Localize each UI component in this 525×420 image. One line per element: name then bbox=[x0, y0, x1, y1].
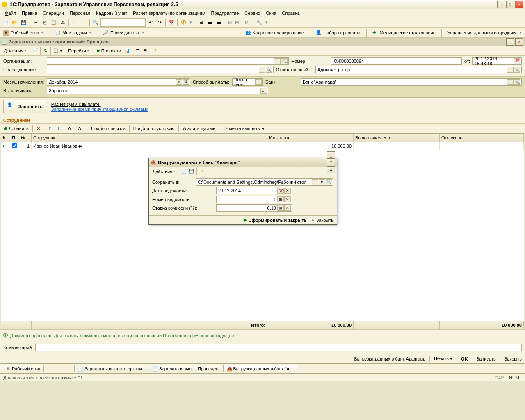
dialog-actions-menu[interactable]: Действия▾ bbox=[151, 168, 177, 175]
close-button[interactable]: Закрыть bbox=[504, 356, 522, 361]
col-accrued[interactable]: Было начислено bbox=[354, 134, 440, 142]
number-input[interactable]: ЮЖ000000094 bbox=[331, 57, 462, 65]
del-empty-button[interactable]: Удалить пустые bbox=[180, 125, 218, 132]
task-dialog[interactable]: 📤Выгрузка данных в банк "А... bbox=[223, 365, 297, 372]
dialog-save-icon[interactable]: 💾 bbox=[188, 168, 195, 175]
menu-service[interactable]: Сервис bbox=[242, 10, 262, 16]
ok-button[interactable]: OK bbox=[461, 356, 468, 361]
menu-payroll[interactable]: Расчет зарплаты по организациям bbox=[130, 10, 208, 16]
print-icon[interactable]: 🖶 bbox=[59, 18, 67, 27]
export-button[interactable]: Выгрузка данных в банк Авангард bbox=[354, 356, 425, 361]
close-button[interactable]: ✕ bbox=[515, 1, 523, 8]
find-icon[interactable]: 🔍 bbox=[91, 18, 100, 27]
clear-icon[interactable]: ✕ bbox=[319, 179, 325, 185]
move-down-icon[interactable]: ⬇ bbox=[55, 125, 62, 132]
col-k[interactable]: К... bbox=[1, 134, 10, 142]
paste-icon[interactable]: 📋 bbox=[50, 18, 58, 27]
ellipsis-icon[interactable]: ... bbox=[260, 88, 267, 94]
add-row-button[interactable]: ⊕Добавить bbox=[2, 125, 31, 132]
print-menu[interactable]: Печать ▾ bbox=[434, 356, 452, 361]
struct-icon[interactable]: ≣ bbox=[134, 48, 141, 54]
ellipsis-icon[interactable]: ... bbox=[312, 179, 318, 185]
new-icon[interactable]: 📄 bbox=[2, 18, 10, 27]
org-input[interactable]: ...🔍 bbox=[47, 57, 289, 65]
task-desktop[interactable]: 🖥Рабочий стол bbox=[2, 365, 44, 372]
panel-hr-plan[interactable]: 👥Кадровое планирование bbox=[244, 29, 306, 37]
panel-tasks[interactable]: 📑Мои задачи▾ bbox=[53, 29, 93, 37]
panel-data-mgmt[interactable]: Управление данными сотрудника▾ bbox=[446, 30, 523, 36]
clear-icon[interactable]: ✕ bbox=[284, 205, 291, 211]
fill-line2-link[interactable]: Заполнение всеми причитающимися суммами bbox=[51, 107, 148, 112]
copy-icon[interactable]: ⎘ bbox=[41, 18, 49, 27]
save-button[interactable]: Записать bbox=[477, 356, 496, 361]
doc-close-button[interactable]: ✕ bbox=[515, 38, 523, 46]
resp-input[interactable]: Администратор...🔍 bbox=[315, 66, 522, 73]
tree2-icon[interactable]: ⊞ bbox=[142, 48, 148, 54]
help-icon[interactable]: ? bbox=[152, 48, 158, 54]
pick-list-button[interactable]: Подбор списком bbox=[89, 125, 128, 132]
comment-input[interactable] bbox=[35, 344, 522, 351]
panel-search[interactable]: 🔎Поиск данных▾ bbox=[101, 29, 146, 37]
col-deferred[interactable]: Отложено bbox=[440, 134, 524, 142]
search-icon[interactable]: 🔍 bbox=[266, 67, 272, 73]
menu-ops[interactable]: Операции bbox=[40, 10, 66, 16]
col-emp[interactable]: Сотрудник bbox=[32, 134, 267, 142]
refresh-icon[interactable]: ↻ bbox=[42, 48, 49, 54]
ellipsis-icon[interactable]: ... bbox=[259, 67, 265, 73]
add-icon[interactable]: 📄 bbox=[32, 48, 39, 54]
search-icon[interactable]: 🔍 bbox=[326, 179, 332, 185]
panel-recruit[interactable]: 👤Набор персонала bbox=[314, 29, 362, 37]
clear-icon[interactable]: ✕ bbox=[284, 196, 291, 202]
dd-icon[interactable]: ▾ bbox=[188, 20, 193, 25]
dd2-icon[interactable]: ▾ bbox=[264, 20, 269, 25]
calendar-icon[interactable]: 📅 bbox=[167, 18, 176, 27]
paymethod-input[interactable]: Через банк... bbox=[232, 78, 263, 86]
calendar-icon[interactable]: 📅 bbox=[514, 58, 520, 64]
row-checkbox[interactable] bbox=[10, 142, 19, 150]
calc-icon[interactable]: ⊞ bbox=[197, 18, 205, 27]
dlg-date-input[interactable]: 29.12.2014📅✕ bbox=[216, 187, 292, 194]
ellipsis-icon[interactable]: ... bbox=[274, 58, 281, 64]
mark-pay-menu[interactable]: Отметка выплаты▾ bbox=[221, 125, 266, 132]
search-icon[interactable]: 🔍 bbox=[514, 67, 520, 73]
col-p[interactable]: П... bbox=[10, 134, 19, 142]
savein-input[interactable]: C:\Documents and Settings\Odmincheg\Рабо… bbox=[196, 178, 333, 186]
col-topay[interactable]: К выплате bbox=[267, 134, 354, 142]
ellipsis-icon[interactable]: ... bbox=[255, 79, 262, 85]
doc-restore-button[interactable]: ❐ bbox=[506, 38, 514, 46]
goto-menu[interactable]: Перейти▾ bbox=[66, 48, 91, 54]
cut-icon[interactable]: ✂ bbox=[32, 18, 40, 27]
paywhat-input[interactable]: Зарплата... bbox=[47, 87, 268, 94]
task-doc1[interactable]: 📄Зарплата к выплате органи... bbox=[74, 365, 148, 372]
dialog-help-icon[interactable]: ? bbox=[199, 168, 205, 175]
ellipsis-icon[interactable]: ... bbox=[507, 79, 514, 85]
fill-button[interactable]: 👤 Заполнить bbox=[3, 100, 46, 113]
menu-file[interactable]: Файл bbox=[2, 10, 18, 16]
provesti-button[interactable]: ▶Провести bbox=[95, 47, 123, 54]
menu-hr[interactable]: Кадровый учет bbox=[94, 10, 130, 16]
memory-mminus[interactable]: M- bbox=[244, 20, 251, 25]
dropdown-icon[interactable]: ▾ bbox=[176, 79, 182, 85]
table-row[interactable]: ▸ 1 Иванов Иван Иванович 10 000,00 bbox=[1, 142, 524, 150]
dialog-close-btn[interactable]: ✕Закрыть bbox=[311, 217, 333, 223]
actions-menu[interactable]: Действия▾ bbox=[2, 48, 28, 54]
back-icon[interactable]: ← bbox=[71, 18, 79, 27]
panel-desktop[interactable]: 🖥Рабочий стол▾ bbox=[2, 29, 45, 37]
dialog-minimize-button[interactable]: _ bbox=[327, 151, 335, 159]
info-icon[interactable]: ⓘ bbox=[179, 18, 187, 27]
dept-input[interactable]: ...🔍 bbox=[47, 66, 274, 73]
task-doc2[interactable]: 📄Зарплата к вып...: Проведен bbox=[149, 365, 222, 372]
calendar-icon[interactable]: 📅 bbox=[277, 188, 284, 194]
open-icon[interactable]: 📂 bbox=[11, 18, 19, 27]
spinner-icon[interactable]: ⇅ bbox=[183, 79, 189, 85]
provesti2-icon[interactable]: 📊 bbox=[124, 48, 130, 54]
wrench-icon[interactable]: 🔧 bbox=[255, 18, 263, 27]
sort-desc-icon[interactable]: A↑ bbox=[76, 125, 85, 132]
dlg-rate-input[interactable]: 0,10⊞✕ bbox=[216, 204, 292, 212]
menu-windows[interactable]: Окна bbox=[263, 10, 279, 16]
save-icon[interactable]: 💾 bbox=[20, 18, 28, 27]
memory-m[interactable]: M bbox=[227, 20, 233, 25]
memory-mplus[interactable]: M+ bbox=[234, 20, 243, 25]
bank-input[interactable]: Банк "Авангард"...🔍 bbox=[301, 78, 522, 86]
find-combo[interactable] bbox=[100, 18, 146, 27]
